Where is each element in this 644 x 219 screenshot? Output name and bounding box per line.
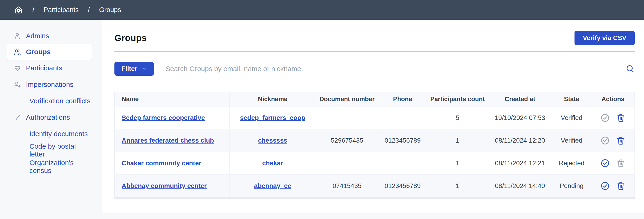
cell-state: Verified	[552, 129, 592, 152]
cell-state: Rejected	[552, 152, 592, 175]
cell-count: 5	[427, 106, 488, 129]
verify-via-csv-button[interactable]: Verify via CSV	[574, 31, 635, 45]
verify-group-button[interactable]	[600, 136, 610, 145]
sidebar-item-label: Code by postal letter	[30, 142, 92, 158]
cell-nickname: chakar	[230, 152, 316, 175]
home-link[interactable]	[14, 5, 23, 14]
groups-table: NameNicknameDocument numberPhoneParticip…	[114, 92, 635, 199]
sidebar-item-label: Groups	[26, 48, 51, 56]
breadcrumb-groups[interactable]: Groups	[99, 6, 121, 14]
sidebar-item-label: Participants	[26, 64, 62, 72]
sidebar-item-label: Organization's census	[30, 159, 92, 175]
sidebar-item-admins[interactable]: Admins	[6, 27, 92, 44]
search-input[interactable]	[165, 65, 621, 73]
user-icon	[14, 32, 21, 40]
sidebar-item-label: Admins	[26, 32, 49, 40]
cell-document: 529675435	[316, 129, 378, 152]
title-divider	[114, 51, 635, 52]
cell-document	[316, 106, 378, 129]
table-row: Chakar community centerchakar108/11/2024…	[115, 152, 635, 175]
sidebar-item-verification-conflicts[interactable]: Verification conflicts	[6, 93, 92, 109]
cell-name: Chakar community center	[115, 152, 230, 175]
group-name-link[interactable]: Abbenay community center	[122, 182, 207, 189]
check-circle-icon	[600, 136, 610, 145]
cell-actions	[592, 152, 635, 175]
cell-created: 19/10/2024 07:53	[488, 106, 552, 129]
delete-group-button[interactable]	[616, 136, 626, 145]
group-name-link[interactable]: Chakar community center	[122, 160, 201, 167]
verify-group-button[interactable]	[600, 113, 610, 123]
cell-phone	[378, 152, 427, 175]
sidebar-item-groups[interactable]: Groups	[6, 44, 92, 60]
sidebar-item-label: Authorizations	[26, 113, 70, 121]
column-header-document-number: Document number	[316, 92, 378, 106]
check-circle-icon	[600, 181, 610, 191]
table-row: Abbenay community centerabennay_cc074154…	[115, 175, 635, 198]
sidebar-item-code-by-postal-letter[interactable]: Code by postal letter	[6, 142, 92, 158]
column-header-created-at: Created at	[488, 92, 552, 106]
cell-nickname: sedep_farmers_coop	[230, 106, 316, 129]
group-name-link[interactable]: Sedep farmers cooperative	[122, 114, 205, 121]
sidebar-item-organization-s-census[interactable]: Organization's census	[6, 158, 92, 175]
cell-state: Verified	[552, 106, 592, 129]
group-nickname-link[interactable]: chesssss	[258, 137, 287, 144]
group-name-link[interactable]: Annares federated chess club	[122, 137, 214, 144]
cell-nickname: abennay_cc	[230, 175, 316, 198]
search-icon	[626, 64, 635, 73]
breadcrumb-participants[interactable]: Participants	[44, 6, 79, 14]
verify-group-button[interactable]	[600, 158, 610, 168]
cell-actions	[592, 175, 635, 198]
cell-document	[316, 152, 378, 175]
groups-admin-page: / Participants / Groups AdminsGroupsPart…	[0, 0, 644, 219]
column-header-nickname: Nickname	[230, 92, 316, 106]
group-nickname-link[interactable]: sedep_farmers_coop	[240, 114, 305, 121]
cell-count: 1	[427, 175, 488, 198]
sidebar-item-identity-documents[interactable]: Identity documents	[6, 125, 92, 142]
sidebar-item-authorizations[interactable]: Authorizations	[6, 109, 92, 125]
group-nickname-link[interactable]: chakar	[262, 160, 283, 167]
verify-group-button[interactable]	[600, 181, 610, 191]
search-button[interactable]	[626, 64, 635, 73]
cell-created: 08/11/2024 12:20	[488, 129, 552, 152]
delete-group-button[interactable]	[616, 113, 626, 123]
trash-icon	[616, 181, 626, 191]
home-icon	[14, 5, 23, 14]
page-title: Groups	[114, 33, 147, 43]
cell-phone: 0123456789	[378, 175, 427, 198]
cell-created: 08/11/2024 14:40	[488, 175, 552, 198]
column-header-state: State	[552, 92, 592, 106]
sidebar-item-label: Verification conflicts	[30, 97, 90, 105]
group-nickname-link[interactable]: abennay_cc	[254, 182, 291, 189]
column-header-actions: Actions	[592, 92, 635, 106]
trash-icon	[616, 113, 626, 123]
trash-icon	[616, 136, 626, 145]
delete-group-button[interactable]	[616, 181, 626, 191]
sidebar-item-participants[interactable]: Participants	[6, 60, 92, 76]
trash-icon	[616, 158, 626, 168]
filter-button[interactable]: Filter	[114, 62, 154, 76]
cell-state: Pending	[552, 175, 592, 198]
sidebar-item-label: Identity documents	[30, 130, 88, 138]
user-add-icon	[14, 81, 21, 88]
cell-name: Annares federated chess club	[115, 129, 230, 152]
sidebar-item-label: Impersonations	[26, 81, 74, 88]
breadcrumb-separator: /	[88, 6, 90, 14]
sidebar: AdminsGroupsParticipantsImpersonationsVe…	[0, 20, 102, 219]
cell-phone	[378, 106, 427, 129]
check-circle-icon	[600, 113, 610, 123]
sidebar-item-impersonations[interactable]: Impersonations	[6, 76, 92, 93]
delete-group-button[interactable]	[616, 158, 626, 168]
breadcrumb-separator: /	[32, 6, 34, 14]
check-circle-icon	[600, 158, 610, 168]
key-icon	[14, 113, 21, 121]
column-header-participants-count: Participants count	[427, 92, 488, 106]
main-content: Groups Verify via CSV Filter NameNicknam…	[102, 20, 644, 213]
breadcrumb-bar: / Participants / Groups	[0, 0, 644, 20]
filter-button-label: Filter	[122, 65, 137, 72]
column-header-phone: Phone	[378, 92, 427, 106]
cell-document: 07415435	[316, 175, 378, 198]
group-icon	[14, 48, 21, 56]
cell-created: 08/11/2024 12:21	[488, 152, 552, 175]
table-row: Sedep farmers cooperativesedep_farmers_c…	[115, 106, 635, 129]
chevron-down-icon	[141, 66, 147, 71]
